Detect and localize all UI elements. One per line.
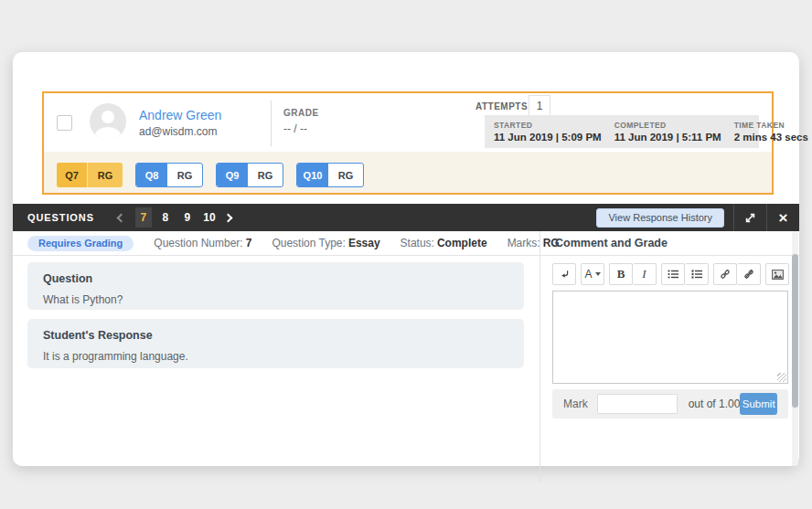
student-name-link[interactable]: Andrew Green bbox=[139, 108, 221, 122]
attempt-card-question-strip: Q7 RG Q8 RG Q9 RG Q10 RG bbox=[44, 152, 772, 193]
collapse-toolbar-icon[interactable] bbox=[552, 263, 576, 285]
question-button-q7[interactable]: Q7 RG bbox=[57, 163, 123, 187]
questions-bar: QUESTIONS 7 8 9 10 View Response History bbox=[13, 204, 799, 231]
stat-completed: COMPLETED 11 Jun 2019 | 5:11 PM bbox=[614, 121, 721, 143]
unordered-list-icon[interactable] bbox=[661, 263, 685, 285]
questions-bar-actions: View Response History × bbox=[596, 204, 799, 231]
attempt-tab-1[interactable]: 1 bbox=[529, 95, 550, 115]
attempt-card-top: Andrew Green ad@wisdm.com GRADE -- / -- … bbox=[44, 93, 772, 152]
question-box-title: Question bbox=[43, 272, 508, 285]
mark-input[interactable] bbox=[597, 394, 678, 414]
stat-started: STARTED 11 Jun 2019 | 5:09 PM bbox=[494, 121, 602, 143]
question-page-7[interactable]: 7 bbox=[135, 207, 152, 228]
ordered-list-icon[interactable] bbox=[685, 263, 709, 285]
close-icon[interactable]: × bbox=[767, 204, 799, 231]
question-button-q10[interactable]: Q10 RG bbox=[296, 163, 364, 187]
view-response-history-button[interactable]: View Response History bbox=[596, 208, 724, 228]
italic-icon[interactable]: I bbox=[633, 263, 657, 285]
field-question-number: Question Number:7 bbox=[154, 237, 251, 249]
comment-editor[interactable] bbox=[552, 291, 788, 384]
grade-value: -- / -- bbox=[283, 122, 307, 135]
requires-grading-badge: Requires Grading bbox=[27, 236, 134, 251]
submit-button[interactable]: Submit bbox=[740, 393, 777, 415]
field-status: Status:Complete bbox=[401, 237, 487, 249]
field-marks: Marks:RG bbox=[508, 237, 560, 249]
attempt-stats-panel: STARTED 11 Jun 2019 | 5:09 PM COMPLETED … bbox=[485, 115, 759, 148]
chevron-left-icon[interactable] bbox=[116, 213, 125, 222]
question-page-8[interactable]: 8 bbox=[157, 207, 174, 228]
bold-icon[interactable]: B bbox=[609, 263, 633, 285]
attempts-label: ATTEMPTS bbox=[475, 101, 528, 111]
font-family-icon[interactable]: A bbox=[581, 263, 604, 285]
question-info-row: Requires Grading Question Number:7 Quest… bbox=[13, 231, 799, 256]
expand-icon[interactable] bbox=[734, 204, 766, 231]
comment-and-grade-title: Comment and Grade bbox=[555, 237, 668, 249]
question-button-row: Q7 RG Q8 RG Q9 RG Q10 RG bbox=[57, 163, 364, 187]
image-icon[interactable] bbox=[765, 263, 789, 285]
question-text: What is Python? bbox=[43, 293, 508, 306]
essay-grading-modal: Andrew Green ad@wisdm.com GRADE -- / -- … bbox=[13, 52, 799, 466]
link-icon[interactable] bbox=[713, 263, 737, 285]
editor-toolbar: A B I bbox=[552, 263, 788, 285]
chevron-down-icon bbox=[595, 272, 601, 276]
question-page-9[interactable]: 9 bbox=[179, 207, 196, 228]
resize-handle-icon[interactable] bbox=[777, 373, 786, 382]
response-text: It is a programming language. bbox=[43, 350, 508, 363]
question-box: Question What is Python? bbox=[27, 262, 524, 310]
mark-bar: Mark out of 1.00 Submit bbox=[552, 389, 788, 419]
student-response-box: Student's Response It is a programming l… bbox=[27, 319, 524, 368]
unlink-icon[interactable] bbox=[737, 263, 761, 285]
question-button-q8[interactable]: Q8 RG bbox=[135, 163, 203, 187]
questions-bar-title: QUESTIONS bbox=[27, 212, 94, 223]
avatar bbox=[90, 103, 126, 140]
grading-page: Andrew Green ad@wisdm.com GRADE -- / -- … bbox=[0, 0, 812, 509]
mark-label: Mark bbox=[563, 398, 588, 410]
scrollbar-track[interactable] bbox=[792, 231, 798, 466]
stat-time-taken: TIME TAKEN 2 mins 43 secs bbox=[734, 121, 808, 143]
question-button-q9[interactable]: Q9 RG bbox=[216, 163, 283, 187]
response-box-title: Student's Response bbox=[43, 329, 508, 342]
grade-label: GRADE bbox=[283, 108, 319, 118]
divider bbox=[271, 101, 272, 146]
scrollbar-thumb[interactable] bbox=[792, 254, 798, 408]
avatar-person-icon bbox=[102, 111, 114, 123]
student-select-checkbox[interactable] bbox=[57, 115, 72, 131]
field-question-type: Question Type:Essay bbox=[272, 237, 379, 249]
chevron-right-icon[interactable] bbox=[223, 213, 232, 222]
panel-divider bbox=[540, 231, 540, 483]
student-email: ad@wisdm.com bbox=[139, 125, 218, 138]
out-of-label: out of 1.00 bbox=[689, 398, 741, 410]
student-attempt-card: Andrew Green ad@wisdm.com GRADE -- / -- … bbox=[42, 91, 774, 195]
question-page-10[interactable]: 10 bbox=[201, 207, 218, 228]
